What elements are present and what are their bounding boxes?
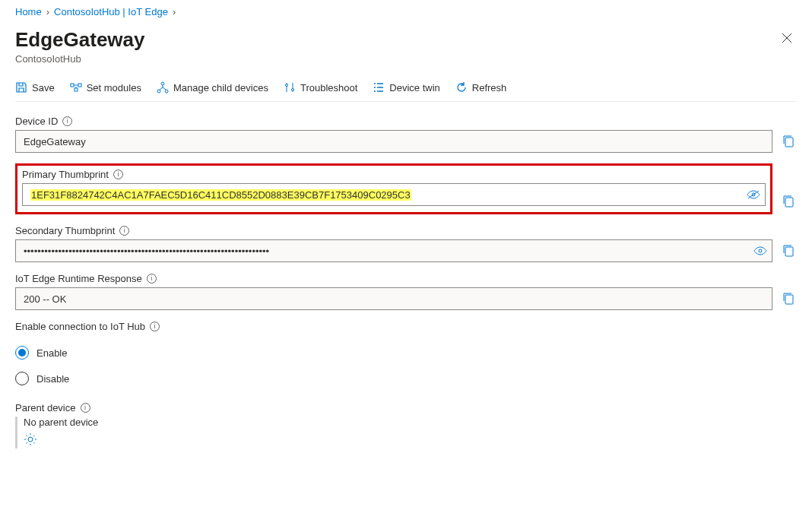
toolbar-label: Refresh (472, 82, 507, 93)
enable-radio[interactable]: Enable (15, 340, 797, 366)
primary-thumbprint-value: 1EF31F8824742C4AC1A7FAEC5D16C411CD8552D0… (30, 189, 411, 201)
secondary-thumbprint-label: Secondary Thumbprint i (15, 225, 797, 236)
info-icon[interactable]: i (62, 116, 72, 126)
copy-icon (782, 135, 795, 148)
svg-rect-1 (78, 84, 81, 87)
device-twin-button[interactable]: Device twin (373, 81, 439, 93)
info-icon[interactable]: i (147, 274, 157, 284)
gear-icon (24, 433, 37, 446)
svg-point-14 (28, 437, 33, 442)
primary-thumbprint-label: Primary Thumbprint i (22, 169, 766, 180)
list-icon (373, 81, 385, 93)
toolbar: Save Set modules Manage child devices Tr… (15, 77, 797, 102)
info-icon[interactable]: i (119, 226, 129, 236)
eye-icon (753, 246, 767, 256)
parent-device-settings-button[interactable] (24, 433, 37, 446)
toolbar-label: Troubleshoot (300, 82, 357, 93)
refresh-icon (455, 81, 468, 93)
svg-point-4 (157, 90, 160, 93)
svg-rect-12 (785, 247, 793, 256)
runtime-response-field[interactable]: 200 -- OK (15, 287, 772, 310)
svg-rect-0 (71, 84, 74, 87)
save-icon (15, 81, 27, 93)
breadcrumb-home[interactable]: Home (15, 6, 42, 17)
page-title: EdgeGateway (15, 28, 145, 52)
svg-rect-8 (785, 138, 793, 147)
info-icon[interactable]: i (113, 170, 123, 179)
svg-rect-10 (785, 198, 793, 207)
parent-device-label: Parent device i (15, 402, 797, 414)
primary-thumbprint-highlight: Primary Thumbprint i 1EF31F8824742C4AC1A… (15, 163, 772, 214)
radio-unchecked-icon (15, 372, 29, 385)
svg-rect-13 (785, 295, 793, 304)
refresh-button[interactable]: Refresh (455, 81, 507, 93)
secondary-thumbprint-value: ••••••••••••••••••••••••••••••••••••••••… (24, 246, 269, 257)
parent-device-block: No parent device (15, 417, 797, 448)
copy-primary-button[interactable] (780, 195, 797, 208)
disable-radio[interactable]: Disable (15, 366, 797, 391)
parent-device-value: No parent device (24, 417, 797, 428)
runtime-response-value: 200 -- OK (24, 293, 66, 305)
page-subtitle: ContosoIotHub (15, 53, 145, 65)
runtime-response-label: IoT Edge Runtime Response i (15, 273, 797, 284)
primary-thumbprint-field[interactable]: 1EF31F8824742C4AC1A7FAEC5D16C411CD8552D0… (22, 183, 766, 206)
manage-child-button[interactable]: Manage child devices (157, 81, 268, 93)
svg-point-5 (165, 90, 168, 93)
device-id-label: Device ID i (15, 116, 797, 127)
device-id-field[interactable]: EdgeGateway (15, 130, 772, 153)
hide-primary-button[interactable] (747, 189, 760, 200)
disable-option-label: Disable (36, 373, 69, 385)
modules-icon (70, 81, 82, 93)
set-modules-button[interactable]: Set modules (70, 81, 141, 93)
show-secondary-button[interactable] (753, 246, 767, 256)
chevron-right-icon: › (46, 6, 49, 17)
secondary-thumbprint-field[interactable]: ••••••••••••••••••••••••••••••••••••••••… (15, 239, 772, 262)
toolbar-label: Device twin (389, 82, 439, 93)
chevron-right-icon: › (173, 6, 176, 17)
close-icon (782, 33, 792, 43)
enable-option-label: Enable (36, 347, 67, 359)
close-button[interactable] (777, 28, 797, 48)
toolbar-label: Save (32, 82, 55, 93)
copy-device-id-button[interactable] (780, 130, 797, 153)
device-id-value: EdgeGateway (24, 136, 86, 147)
enable-connection-label: Enable connection to IoT Hub i (15, 321, 797, 332)
save-button[interactable]: Save (15, 81, 55, 93)
toolbar-label: Manage child devices (173, 82, 268, 93)
troubleshoot-button[interactable]: Troubleshoot (284, 81, 357, 93)
eye-off-icon (747, 189, 760, 200)
settings-sliders-icon (284, 81, 296, 93)
breadcrumb: Home › ContosoIotHub | IoT Edge › (15, 6, 797, 17)
svg-point-7 (291, 89, 293, 91)
radio-checked-icon (15, 346, 29, 360)
breadcrumb-hub[interactable]: ContosoIotHub | IoT Edge (54, 6, 168, 17)
svg-rect-2 (75, 88, 78, 91)
copy-icon (782, 292, 795, 306)
copy-runtime-button[interactable] (780, 287, 797, 310)
svg-point-6 (285, 84, 287, 87)
copy-secondary-button[interactable] (780, 239, 797, 262)
copy-icon (782, 244, 795, 258)
info-icon[interactable]: i (81, 403, 90, 413)
hierarchy-icon (157, 81, 169, 93)
svg-point-11 (759, 249, 762, 252)
toolbar-label: Set modules (87, 82, 141, 93)
svg-point-3 (161, 82, 164, 85)
copy-icon (782, 195, 795, 208)
info-icon[interactable]: i (150, 322, 160, 331)
